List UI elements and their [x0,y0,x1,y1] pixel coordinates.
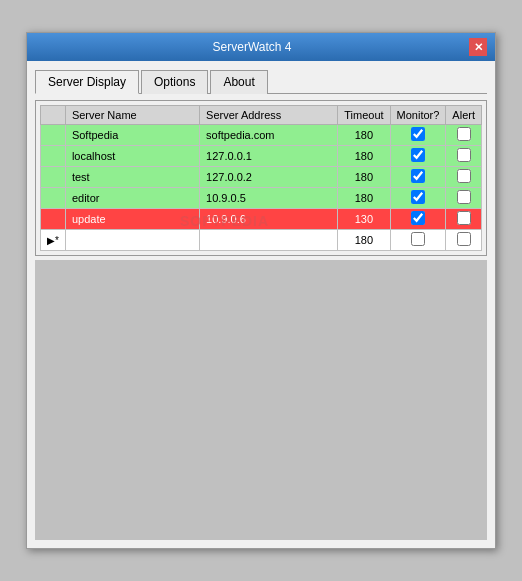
row-server-address: 10.9.0.5 [200,188,338,209]
row-timeout: 180 [338,167,390,188]
row-status-indicator [41,146,66,167]
row-server-address: 127.0.0.1 [200,146,338,167]
new-row-icon: ▶* [47,235,59,246]
row-timeout: 130 [338,209,390,230]
row-server-name: editor [65,188,199,209]
alert-check[interactable] [457,127,471,141]
col-header-indicator [41,106,66,125]
row-monitor-checkbox[interactable] [390,209,446,230]
table-header-row: Server Name Server Address Timeout Monit… [41,106,482,125]
new-row-alert[interactable] [446,230,482,251]
new-row-name[interactable] [65,230,199,251]
new-alert-check[interactable] [457,232,471,246]
row-status-indicator [41,188,66,209]
new-row-monitor[interactable] [390,230,446,251]
alert-check[interactable] [457,169,471,183]
table-row: localhost 127.0.0.1 180 [41,146,482,167]
row-alert-checkbox[interactable] [446,188,482,209]
grid-wrapper: SOFTPEDIA Server Name Server Address [40,105,482,251]
col-header-monitor: Monitor? [390,106,446,125]
monitor-check[interactable] [411,190,425,204]
row-alert-checkbox[interactable] [446,209,482,230]
row-monitor-checkbox[interactable] [390,188,446,209]
server-table: Server Name Server Address Timeout Monit… [40,105,482,251]
row-server-name: Softpedia [65,125,199,146]
tab-about[interactable]: About [210,70,267,94]
row-monitor-checkbox[interactable] [390,167,446,188]
col-header-alert: Alert [446,106,482,125]
row-server-name: localhost [65,146,199,167]
new-address-input[interactable] [206,234,331,246]
monitor-check[interactable] [411,169,425,183]
close-button[interactable]: ✕ [469,38,487,56]
table-row: Softpedia softpedia.com 180 [41,125,482,146]
content-area: Server Display Options About SOFTPEDIA S… [27,61,495,548]
monitor-check[interactable] [411,127,425,141]
row-status-indicator [41,209,66,230]
alert-check[interactable] [457,148,471,162]
new-name-input[interactable] [72,234,193,246]
row-server-name: test [65,167,199,188]
row-timeout: 180 [338,125,390,146]
col-header-server-name: Server Name [65,106,199,125]
alert-check[interactable] [457,211,471,225]
row-alert-checkbox[interactable] [446,125,482,146]
tab-server-display[interactable]: Server Display [35,70,139,94]
row-monitor-checkbox[interactable] [390,125,446,146]
window-title: ServerWatch 4 [35,40,469,54]
row-server-address: 127.0.0.2 [200,167,338,188]
tab-options[interactable]: Options [141,70,208,94]
col-header-server-address: Server Address [200,106,338,125]
row-server-name: update [65,209,199,230]
new-row: ▶* 180 [41,230,482,251]
tab-bar: Server Display Options About [35,69,487,94]
row-server-address: softpedia.com [200,125,338,146]
alert-check[interactable] [457,190,471,204]
row-alert-checkbox[interactable] [446,167,482,188]
table-row: editor 10.9.0.5 180 [41,188,482,209]
row-alert-checkbox[interactable] [446,146,482,167]
table-row: test 127.0.0.2 180 [41,167,482,188]
new-row-address[interactable] [200,230,338,251]
bottom-empty-area [35,260,487,540]
row-timeout: 180 [338,188,390,209]
monitor-check[interactable] [411,211,425,225]
new-row-indicator-cell: ▶* [41,230,66,251]
new-row-timeout: 180 [338,230,390,251]
row-monitor-checkbox[interactable] [390,146,446,167]
main-window: ServerWatch 4 ✕ Server Display Options A… [26,32,496,549]
new-monitor-check[interactable] [411,232,425,246]
panel-server-display: SOFTPEDIA Server Name Server Address [35,100,487,256]
title-bar: ServerWatch 4 ✕ [27,33,495,61]
row-status-indicator [41,125,66,146]
col-header-timeout: Timeout [338,106,390,125]
row-timeout: 180 [338,146,390,167]
table-row: update 10.9.0.6 130 [41,209,482,230]
row-status-indicator [41,167,66,188]
row-server-address: 10.9.0.6 [200,209,338,230]
monitor-check[interactable] [411,148,425,162]
